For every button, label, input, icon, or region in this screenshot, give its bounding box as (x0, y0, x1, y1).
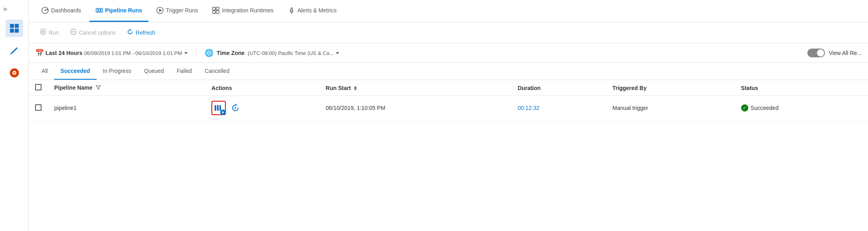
row-checkbox-cell (29, 96, 48, 120)
svg-rect-3 (15, 29, 19, 33)
sidebar-item-edit[interactable] (6, 42, 23, 59)
status-tab-queued[interactable]: Queued (138, 63, 170, 80)
status-tab-all[interactable]: All (35, 63, 54, 80)
pipeline-name-header: Pipeline Name (48, 80, 205, 96)
globe-icon: 🌐 (205, 49, 213, 57)
select-all-checkbox[interactable] (35, 84, 41, 90)
pipeline-name-filter-icon[interactable] (96, 85, 101, 91)
svg-point-31 (235, 107, 236, 109)
status-header: Status (735, 80, 868, 96)
svg-marker-25 (336, 52, 339, 54)
trigger-runs-tab-icon (156, 7, 164, 14)
svg-point-6 (14, 72, 15, 74)
duration-header: Duration (511, 80, 606, 96)
svg-marker-20 (42, 30, 45, 33)
expand-sidebar-button[interactable]: » (0, 3, 10, 15)
triggered-by-header: Triggered By (606, 80, 734, 96)
alerts-tab-icon (288, 7, 295, 14)
row-checkbox[interactable] (35, 104, 41, 111)
status-tab-failed[interactable]: Failed (170, 63, 198, 80)
duration-cell: 00:12:32 (511, 96, 606, 120)
svg-rect-9 (96, 8, 98, 12)
svg-marker-23 (130, 29, 132, 30)
view-all-runs-toggle-group: View All Re... (807, 49, 862, 57)
timezone-chevron-down-icon (335, 51, 340, 55)
svg-marker-13 (159, 9, 162, 12)
select-all-header (29, 80, 48, 96)
integration-runtimes-tab-icon (212, 7, 219, 14)
svg-point-8 (45, 10, 46, 11)
svg-rect-15 (216, 7, 219, 10)
rerun-action-button[interactable] (211, 101, 226, 115)
filter-divider-1 (196, 48, 197, 58)
sidebar-item-monitor[interactable] (6, 64, 23, 82)
actions-cell (205, 96, 319, 120)
svg-point-18 (291, 12, 292, 14)
timezone-dropdown[interactable]: (UTC-08:00) Pacific Time (US & Ca... (248, 50, 340, 56)
main-content: Dashboards Pipeline Runs Trigger Runs (29, 0, 868, 231)
svg-rect-0 (10, 24, 14, 28)
svg-rect-10 (99, 8, 100, 12)
top-nav-tabs: Dashboards Pipeline Runs Trigger Runs (29, 0, 868, 22)
cancel-icon (70, 29, 77, 37)
run-icon (40, 29, 46, 37)
svg-rect-11 (101, 8, 103, 12)
toolbar: Run Cancel options Refresh (29, 22, 868, 43)
tab-alerts-metrics[interactable]: Alerts & Metrics (282, 0, 343, 22)
svg-marker-29 (222, 111, 224, 114)
refresh-icon (127, 29, 133, 37)
tab-trigger-runs[interactable]: Trigger Runs (150, 0, 204, 22)
run-button[interactable]: Run (35, 26, 64, 39)
status-tabs: All Succeeded In Progress Queued Failed … (29, 63, 868, 80)
svg-rect-17 (216, 11, 219, 14)
chevron-down-icon (183, 51, 188, 55)
cancel-options-button[interactable]: Cancel options (65, 26, 121, 39)
run-start-sort-icon (354, 86, 357, 90)
pipeline-runs-table: Pipeline Name Actions Run Start (29, 80, 868, 231)
status-tab-succeeded[interactable]: Succeeded (54, 63, 97, 80)
actions-header: Actions (205, 80, 319, 96)
view-all-runs-toggle[interactable] (807, 49, 825, 57)
tab-pipeline-runs[interactable]: Pipeline Runs (89, 0, 149, 22)
timezone-filter: 🌐 Time Zone (UTC-08:00) Pacific Time (US… (205, 49, 340, 57)
table-row: pipeline1 (29, 96, 868, 120)
dashboards-tab-icon (41, 7, 49, 14)
sidebar: » (0, 0, 29, 231)
triggered-by-cell: Manual trigger (606, 96, 734, 120)
tab-integration-runtimes[interactable]: Integration Runtimes (206, 0, 280, 22)
run-start-header[interactable]: Run Start (320, 80, 511, 96)
succeeded-check-icon: ✓ (741, 104, 748, 112)
play-overlay-icon (220, 110, 226, 115)
svg-rect-26 (215, 105, 216, 111)
svg-rect-14 (213, 7, 215, 10)
run-start-cell: 06/10/2019, 1:10:05 PM (320, 96, 511, 120)
time-range-filter[interactable]: 📅 Last 24 Hours 06/09/2019 1:01 PM - 06/… (35, 49, 188, 57)
pipeline-runs-tab-icon (96, 7, 103, 14)
refresh-button[interactable]: Refresh (122, 26, 160, 39)
status-cell: ✓ Succeeded (735, 96, 868, 120)
status-tab-in-progress[interactable]: In Progress (97, 63, 138, 80)
svg-rect-16 (213, 11, 215, 14)
tab-dashboards[interactable]: Dashboards (35, 0, 88, 22)
svg-rect-1 (15, 24, 19, 28)
filter-bar: 📅 Last 24 Hours 06/09/2019 1:01 PM - 06/… (29, 43, 868, 63)
refresh-run-action-button[interactable] (229, 102, 242, 114)
svg-rect-27 (217, 105, 219, 111)
svg-marker-30 (235, 104, 237, 106)
sidebar-item-dashboards[interactable] (6, 20, 23, 37)
status-tab-cancelled[interactable]: Cancelled (198, 63, 236, 80)
calendar-icon: 📅 (35, 49, 44, 57)
svg-rect-2 (10, 29, 14, 33)
svg-marker-24 (184, 52, 187, 54)
pipeline-name-cell: pipeline1 (48, 96, 205, 120)
